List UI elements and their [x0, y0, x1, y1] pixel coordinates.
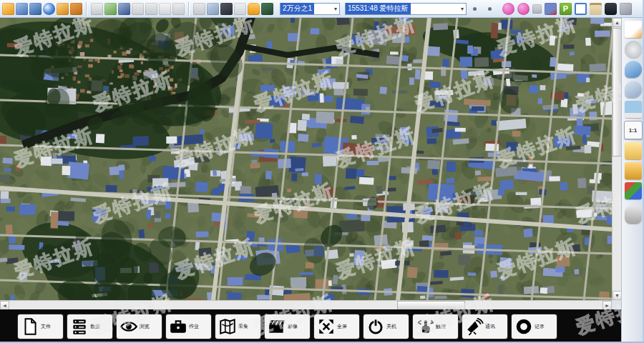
scale-1-1-label: 1:1	[629, 127, 638, 134]
button-label: 触控	[436, 324, 447, 329]
globe-icon[interactable]	[43, 3, 55, 15]
database-icon[interactable]	[248, 3, 260, 15]
list-panel-icon[interactable]	[590, 3, 602, 15]
archive-folder-icon[interactable]	[16, 3, 28, 15]
redo-arrow-icon[interactable]	[193, 3, 205, 15]
job-button[interactable]: 作业	[166, 314, 211, 339]
zoom-globe-icon[interactable]	[625, 61, 642, 78]
phone-device-icon[interactable]	[605, 3, 617, 15]
power-icon	[366, 317, 385, 336]
button-label: 关机	[386, 324, 398, 329]
exit-door-icon[interactable]	[70, 3, 82, 15]
compass-draw-icon[interactable]	[118, 3, 130, 15]
back-arrow-icon[interactable]	[132, 3, 144, 15]
folder-go-icon[interactable]	[57, 3, 69, 15]
annotate-pen-icon[interactable]	[502, 3, 514, 15]
app-window: 2万分之1 ▾ 15531:48 爱特拉斯 ▾ P ▲ ▼ ◄	[0, 0, 644, 343]
screen-display-icon[interactable]	[545, 3, 557, 15]
measure-tool-icon[interactable]	[234, 3, 246, 15]
file-button[interactable]: 文件	[18, 314, 63, 339]
touch-button[interactable]: 触控	[413, 314, 458, 339]
scale-value: 2万分之1	[280, 3, 314, 14]
map-image-icon[interactable]	[104, 3, 117, 15]
fullscreen-button[interactable]: 全屏	[314, 314, 359, 339]
gallery-image-icon[interactable]	[620, 3, 632, 15]
image-view-icon[interactable]	[625, 101, 642, 118]
spinner-dot-icon[interactable]	[473, 7, 477, 11]
map-collect-button[interactable]: 采集	[215, 314, 260, 339]
expand-arrows-icon	[317, 317, 336, 336]
chevron-down-icon[interactable]: ▾	[332, 6, 339, 12]
refresh-icon[interactable]	[145, 3, 157, 15]
forest-layer-icon[interactable]	[261, 3, 273, 15]
briefcase-icon	[169, 317, 187, 336]
button-label: 记录	[535, 324, 546, 329]
server-stack-icon	[70, 317, 89, 336]
spinner-dot-icon[interactable]	[488, 7, 492, 11]
open-folder-icon[interactable]	[2, 3, 14, 15]
map-vertical-scrollbar[interactable]: ▲ ▼	[612, 18, 622, 300]
terrain-view-icon[interactable]	[207, 3, 219, 15]
button-label: 数据	[90, 324, 102, 329]
chevron-down-icon[interactable]: ▾	[459, 6, 466, 12]
toolbar-separator	[188, 2, 190, 16]
right-sidebar: 1:1	[621, 18, 644, 343]
layers-icon[interactable]	[625, 142, 642, 159]
thematic-map-icon[interactable]	[625, 182, 642, 199]
window-frame-icon[interactable]	[575, 3, 587, 15]
record-button[interactable]: 记录	[512, 314, 557, 339]
record-circle-icon	[514, 317, 533, 336]
annotate-pen-icon[interactable]	[517, 3, 530, 15]
satellite-dish-icon	[465, 317, 484, 336]
locate-icon[interactable]	[625, 207, 642, 224]
layers-alt-icon[interactable]	[625, 162, 642, 179]
scrollbar-corner	[612, 300, 621, 309]
clipboard-icon[interactable]	[159, 3, 171, 15]
data-button[interactable]: 数据	[67, 314, 112, 339]
coordinate-combobox[interactable]: 15531:48 爱特拉斯 ▾	[345, 3, 467, 15]
file-icon	[21, 317, 39, 336]
map-icon	[218, 317, 237, 336]
map-viewport[interactable]	[0, 18, 612, 300]
button-label: 影像	[288, 324, 299, 329]
button-label: 全屏	[337, 324, 348, 329]
map-horizontal-scrollbar[interactable]: ◄ ►	[0, 300, 612, 310]
page-edit-icon[interactable]	[625, 21, 642, 38]
save-icon[interactable]	[29, 3, 42, 15]
comm-button[interactable]: 通讯	[462, 314, 507, 339]
bottom-toolbar: 文件 数据 浏览 作业	[0, 309, 621, 343]
browse-button[interactable]: 浏览	[117, 314, 162, 339]
swap-arrows-icon[interactable]	[91, 3, 103, 15]
button-label: 文件	[41, 324, 52, 329]
zoom-previous-icon[interactable]	[625, 81, 642, 98]
eye-icon	[119, 317, 138, 336]
button-label: 通讯	[485, 324, 497, 329]
parking-icon[interactable]: P	[560, 3, 572, 15]
photo-frame-icon[interactable]	[220, 3, 233, 15]
power-button[interactable]: 关机	[364, 314, 409, 339]
scale-1-1-icon[interactable]: 1:1	[624, 121, 643, 139]
toolbar-separator	[86, 2, 87, 16]
button-label: 浏览	[140, 324, 151, 329]
small-tool-icon[interactable]	[532, 4, 542, 14]
satellite-map[interactable]	[0, 18, 612, 300]
touch-hand-icon	[416, 317, 434, 336]
toolbar-right-group: P	[502, 3, 632, 15]
top-toolbar: 2万分之1 ▾ 15531:48 爱特拉斯 ▾ P	[0, 0, 644, 18]
refresh-view-icon[interactable]	[625, 41, 642, 58]
scale-combobox[interactable]: 2万分之1 ▾	[280, 3, 340, 15]
button-label: 采集	[238, 324, 250, 329]
coordinate-value: 15531:48 爱特拉斯	[346, 3, 411, 14]
clapperboard-icon	[268, 317, 286, 336]
undo-arrow-icon[interactable]	[172, 3, 185, 15]
button-label: 作业	[189, 324, 200, 329]
media-button[interactable]: 影像	[265, 314, 310, 339]
